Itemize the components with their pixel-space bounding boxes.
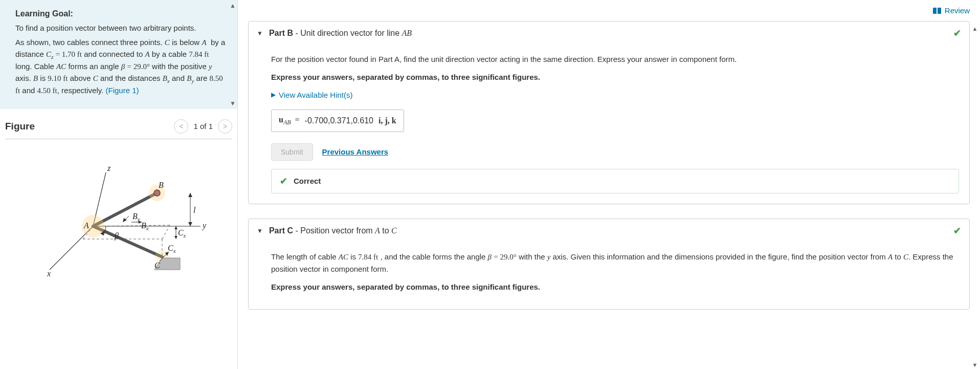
- svg-text:A: A: [83, 221, 89, 230]
- figure-prev-button[interactable]: <: [174, 119, 188, 134]
- part-c-header[interactable]: ▼ Part C - Position vector from A to C ✔: [249, 219, 969, 243]
- correct-label: Correct: [294, 177, 321, 185]
- svg-text:z: z: [107, 164, 111, 172]
- svg-text:Cz: Cz: [178, 228, 186, 238]
- submit-button[interactable]: Submit: [271, 143, 313, 161]
- answer-value: -0.700,0.371,0.610: [305, 116, 373, 125]
- svg-text:Bx: Bx: [141, 221, 149, 231]
- svg-text:β: β: [114, 231, 119, 241]
- check-icon: ✔: [953, 28, 961, 39]
- part-b-description: For the position vector found in Part A,…: [271, 53, 959, 65]
- svg-text:By: By: [132, 212, 140, 222]
- svg-text:y: y: [202, 221, 207, 230]
- answer-label: uAB =: [279, 115, 300, 126]
- answer-display: uAB = -0.700,0.371,0.610 i, j, k: [271, 110, 404, 132]
- svg-text:Cx: Cx: [168, 244, 176, 254]
- left-pane-scrollbar[interactable]: ▲ ▼: [228, 0, 237, 109]
- book-icon: [932, 7, 942, 14]
- review-label: Review: [945, 6, 970, 15]
- figure-section: Figure < 1 of 1 >: [0, 109, 237, 308]
- right-scrollbar[interactable]: ▲ ▼: [971, 26, 979, 368]
- svg-text:C: C: [154, 261, 160, 270]
- part-b-box: ▼ Part B - Unit direction vector for lin…: [248, 21, 970, 204]
- svg-marker-15: [188, 193, 192, 197]
- part-c-box: ▼ Part C - Position vector from A to C ✔…: [248, 219, 970, 310]
- figure-title: Figure: [5, 121, 35, 132]
- figure-diagram: z y x A B C l β By Bx Cz Cx: [5, 149, 232, 303]
- collapse-caret-icon: ▼: [257, 227, 263, 234]
- answer-unit: i, j, k: [378, 116, 396, 125]
- caret-right-icon: ▶: [271, 91, 276, 98]
- hints-label: View Available Hint(s): [279, 91, 353, 99]
- part-c-description: The length of cable AC is 7.84 ft , and …: [271, 251, 959, 275]
- svg-marker-19: [174, 236, 177, 239]
- learning-goal-title: Learning Goal:: [15, 9, 226, 18]
- part-b-header[interactable]: ▼ Part B - Unit direction vector for lin…: [249, 21, 969, 45]
- figure-count: 1 of 1: [193, 122, 213, 131]
- collapse-caret-icon: ▼: [257, 30, 263, 37]
- figure-next-button[interactable]: >: [218, 119, 232, 134]
- part-c-title: Part C - Position vector from A to C: [269, 226, 397, 235]
- scroll-up-icon[interactable]: ▲: [230, 2, 236, 9]
- review-link[interactable]: Review: [932, 6, 970, 15]
- right-panel: Review ▼ Part B - Unit direction vector …: [238, 0, 980, 369]
- problem-statement: As shown, two cables connect three point…: [15, 37, 226, 97]
- svg-text:B: B: [159, 181, 164, 189]
- previous-answers-link[interactable]: Previous Answers: [322, 147, 389, 156]
- part-b-instruction: Express your answers, separated by comma…: [271, 71, 959, 83]
- view-hints-link[interactable]: ▶ View Available Hint(s): [271, 91, 959, 99]
- scroll-down-icon[interactable]: ▼: [230, 100, 236, 107]
- check-icon: ✔: [953, 225, 961, 236]
- figure-svg: z y x A B C l β By Bx Cz Cx: [27, 160, 211, 293]
- check-icon: ✔: [280, 176, 287, 187]
- correct-feedback: ✔ Correct: [271, 169, 959, 193]
- scroll-up-icon[interactable]: ▲: [972, 26, 978, 32]
- svg-marker-16: [188, 222, 192, 226]
- learning-goal-intro: To find a position vector between two ar…: [15, 23, 226, 34]
- svg-line-5: [162, 225, 170, 239]
- left-panel: Learning Goal: To find a position vector…: [0, 0, 238, 369]
- part-c-instruction: Express your answers, separated by comma…: [271, 281, 959, 293]
- svg-marker-18: [174, 226, 177, 229]
- svg-text:x: x: [47, 269, 51, 278]
- svg-text:l: l: [193, 206, 196, 214]
- learning-goal-box: Learning Goal: To find a position vector…: [0, 0, 237, 109]
- part-b-title: Part B - Unit direction vector for line …: [269, 29, 412, 38]
- svg-line-9: [93, 226, 162, 257]
- svg-point-13: [154, 190, 160, 196]
- scroll-down-icon[interactable]: ▼: [972, 362, 978, 368]
